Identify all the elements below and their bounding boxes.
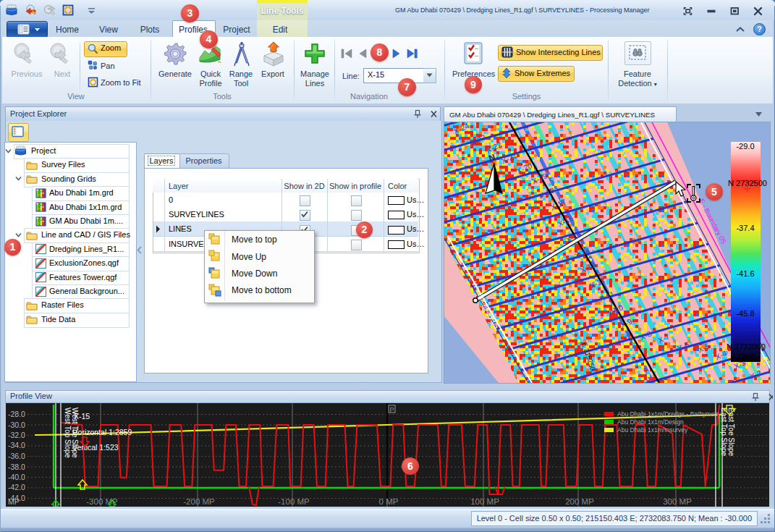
svg-text:-50.0: -50.0 <box>736 353 754 362</box>
svg-text:300 MP: 300 MP <box>663 497 692 506</box>
svg-text:Abu Dhabi 1x1m/Insurvey: Abu Dhabi 1x1m/Insurvey <box>617 426 688 434</box>
svg-text:MP: MP <box>8 497 20 506</box>
svg-text:100 MP: 100 MP <box>470 497 499 506</box>
svg-text:-100 MP: -100 MP <box>278 497 310 506</box>
svg-text:X-15: X-15 <box>74 412 90 421</box>
svg-text:-29.0: -29.0 <box>736 142 754 151</box>
svg-text:-42.0: -42.0 <box>8 483 25 491</box>
svg-text:East Top Slope: East Top Slope <box>720 408 728 457</box>
svg-text:-41.6: -41.6 <box>736 269 754 278</box>
svg-text:-30.0: -30.0 <box>8 421 25 429</box>
svg-text:-32.0: -32.0 <box>8 431 25 439</box>
svg-text:200 MP: 200 MP <box>565 497 594 506</box>
svg-text:East Toe Slope: East Toe Slope <box>727 408 735 457</box>
svg-text:-200 MP: -200 MP <box>183 497 215 506</box>
svg-text:P: P <box>390 406 394 413</box>
svg-text:-34.0: -34.0 <box>8 441 25 449</box>
svg-text:-36.0: -36.0 <box>8 452 25 460</box>
svg-text:-37.4: -37.4 <box>736 224 754 232</box>
svg-text:-28.0: -28.0 <box>8 410 25 418</box>
svg-text:-40.0: -40.0 <box>8 473 25 481</box>
svg-text:Abu Dhabi 1x1m/Design: Abu Dhabi 1x1m/Design <box>617 418 684 426</box>
svg-text:Horizontal 1:2859: Horizontal 1:2859 <box>72 428 132 436</box>
svg-text:N 2732000: N 2732000 <box>727 342 766 351</box>
svg-text:0 MP: 0 MP <box>379 497 399 506</box>
svg-text:Abu Dhabi 1x1m/Dredge - Bathym: Abu Dhabi 1x1m/Dredge - Bathymetry <box>617 410 721 418</box>
svg-text:-45.8: -45.8 <box>736 309 754 318</box>
svg-text:Vertical 1:523: Vertical 1:523 <box>72 443 119 452</box>
svg-text:-38.0: -38.0 <box>8 463 25 471</box>
svg-text:West Top Slope: West Top Slope <box>64 408 72 458</box>
